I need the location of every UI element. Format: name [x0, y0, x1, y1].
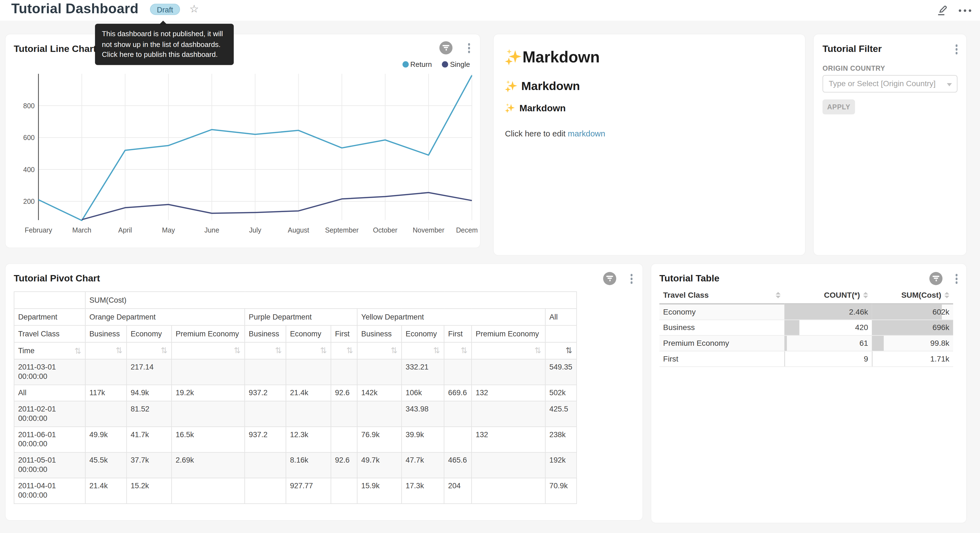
pivot-row: All117k94.9k19.2k937.221.4k92.6142k106k6…: [14, 385, 576, 401]
pivot-cell: 92.6: [331, 452, 357, 478]
sparkles-icon: [505, 49, 522, 66]
table-header-travel-class[interactable]: Travel Class: [660, 289, 784, 304]
pivot-sort-cell[interactable]: ⇅: [331, 342, 357, 359]
sum-cell: 99.8k: [872, 335, 953, 351]
sort-icon[interactable]: ⇅: [565, 345, 572, 355]
y-axis-tick: 800: [23, 102, 35, 110]
legend-item-single[interactable]: Single: [442, 61, 470, 68]
pivot-row: 2011-03-01 00:00:00217.14332.21549.35: [14, 359, 576, 385]
pivot-row-label: 2011-03-01 00:00:00: [14, 359, 85, 385]
pivot-cell: [245, 359, 286, 385]
pivot-cell: 49.7k: [357, 452, 402, 478]
pivot-sort-cell[interactable]: ⇅: [126, 342, 172, 359]
sort-icon[interactable]: ⇅: [461, 345, 468, 355]
pivot-cell: 81.52: [126, 401, 172, 427]
pivot-cell: 15.9k: [357, 478, 402, 504]
pivot-col-header: Business: [85, 326, 126, 342]
cell-value: 61: [859, 339, 868, 348]
pivot-cell: 39.9k: [402, 427, 444, 452]
pivot-cell: [85, 401, 126, 427]
sort-icon[interactable]: ⇅: [161, 345, 167, 355]
cell-value: 1.71k: [930, 354, 949, 364]
table-row[interactable]: Economy2.46k602k: [660, 304, 953, 320]
page-title: Tutorial Dashboard: [11, 0, 138, 17]
pivot-sort-cell[interactable]: ⇅: [402, 342, 444, 359]
pivot-sort-cell[interactable]: ⇅: [245, 342, 286, 359]
filter-menu-icon[interactable]: [954, 43, 959, 55]
sort-icon[interactable]: ⇅: [320, 345, 327, 355]
markdown-card: Markdown Markdown Markdown Click here to…: [494, 35, 805, 255]
table-header-sum-cost-[interactable]: SUM(Cost): [872, 289, 953, 304]
table-header-count-[interactable]: COUNT(*): [784, 289, 872, 304]
x-axis-label: June: [204, 226, 219, 234]
pivot-cell: 465.6: [444, 452, 472, 478]
cell-value: 420: [855, 323, 868, 332]
pivot-time-label[interactable]: Time⇅: [14, 342, 85, 359]
pivot-cell: 117k: [85, 385, 126, 401]
legend-item-return[interactable]: Return: [402, 61, 432, 68]
pivot-cell: [331, 359, 357, 385]
x-axis-label: December: [456, 226, 477, 234]
cell-value: 9: [864, 354, 868, 364]
filter-card: Tutorial Filter ORIGIN COUNTRY Type or S…: [814, 35, 966, 255]
x-axis-label: September: [325, 226, 359, 234]
table-row[interactable]: Premium Economy6199.8k: [660, 335, 953, 351]
dashboard-header: Tutorial Dashboard Draft ☆: [0, 0, 980, 21]
chart-menu-icon[interactable]: [629, 273, 634, 285]
sparkles-icon: [505, 80, 517, 93]
sum-cell: 1.71k: [872, 351, 953, 367]
pivot-sort-cell[interactable]: ⇅: [357, 342, 402, 359]
pivot-col-group: All: [545, 308, 576, 326]
count-cell: 2.46k: [784, 304, 872, 320]
sort-icon[interactable]: ⇅: [535, 345, 541, 355]
publish-tooltip: This dashboard is not published, it will…: [95, 24, 234, 65]
sort-icon[interactable]: ⇅: [75, 346, 81, 354]
pivot-sort-cell[interactable]: ⇅: [545, 342, 576, 359]
pivot-row-label: All: [14, 385, 85, 401]
favorite-star-icon[interactable]: ☆: [189, 3, 199, 16]
select-placeholder: Type or Select [Origin Country]: [829, 80, 935, 88]
chevron-down-icon: [947, 83, 952, 86]
sort-carets-icon[interactable]: [863, 292, 868, 298]
pivot-row: 2011-06-01 00:00:0049.9k41.7k16.5k937.21…: [14, 427, 576, 452]
pivot-cell: 8.16k: [286, 452, 331, 478]
edit-dashboard-icon[interactable]: [935, 3, 949, 17]
sort-icon[interactable]: ⇅: [391, 345, 398, 355]
pivot-cell: [85, 359, 126, 385]
pivot-sort-cell[interactable]: ⇅: [444, 342, 472, 359]
status-badge[interactable]: Draft: [150, 4, 180, 15]
apply-button[interactable]: APPLY: [822, 99, 855, 114]
origin-country-select[interactable]: Type or Select [Origin Country]: [822, 75, 957, 93]
pivot-sort-cell[interactable]: ⇅: [172, 342, 245, 359]
count-cell: 420: [784, 320, 872, 335]
sort-icon[interactable]: ⇅: [116, 345, 123, 355]
pivot-sort-cell[interactable]: ⇅: [286, 342, 331, 359]
sparkles-icon: [505, 103, 515, 113]
sort-icon[interactable]: ⇅: [234, 345, 241, 355]
y-axis-tick: 200: [23, 198, 35, 205]
sort-carets-icon[interactable]: [944, 292, 949, 298]
applied-filters-icon[interactable]: [603, 272, 616, 285]
chart-menu-icon[interactable]: [954, 273, 959, 285]
pivot-cell: [471, 359, 545, 385]
pivot-sort-cell[interactable]: ⇅: [471, 342, 545, 359]
pivot-sort-cell[interactable]: ⇅: [85, 342, 126, 359]
more-options-icon[interactable]: [959, 9, 971, 11]
pivot-cell: 937.2: [245, 427, 286, 452]
table-row[interactable]: First91.71k: [660, 351, 953, 367]
markdown-h3: Markdown: [505, 102, 795, 113]
sort-icon[interactable]: ⇅: [275, 345, 282, 355]
x-axis-label: April: [118, 226, 132, 234]
sort-icon[interactable]: ⇅: [346, 345, 353, 355]
sort-icon[interactable]: ⇅: [433, 345, 440, 355]
series-line-single[interactable]: [82, 193, 472, 220]
pivot-cell: 204: [444, 478, 472, 504]
pivot-cell: 343.98: [402, 401, 444, 427]
edit-markdown-link[interactable]: markdown: [568, 129, 605, 138]
sort-carets-icon[interactable]: [776, 292, 781, 298]
x-axis-label: November: [413, 226, 444, 234]
pivot-cell: [471, 478, 545, 504]
table-row[interactable]: Business420696k: [660, 320, 953, 335]
travel-class-cell: Economy: [660, 304, 784, 320]
applied-filters-icon[interactable]: [929, 272, 943, 285]
